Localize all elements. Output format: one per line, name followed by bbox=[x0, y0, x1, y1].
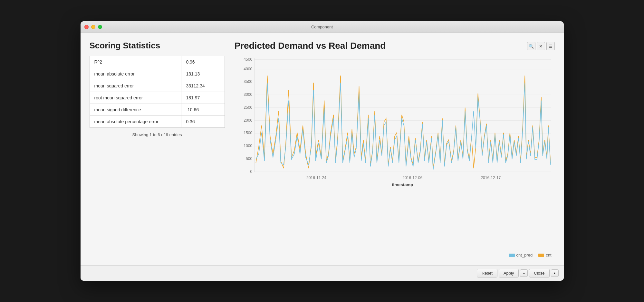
table-row: root mean squared error181.97 bbox=[90, 92, 225, 104]
metric-name: root mean squared error bbox=[90, 92, 181, 104]
svg-text:4500: 4500 bbox=[244, 57, 252, 62]
reset-button[interactable]: Reset bbox=[477, 269, 497, 277]
table-row: R^20.96 bbox=[90, 56, 225, 68]
chart-search-button[interactable]: 🔍 bbox=[527, 42, 535, 50]
metric-value: 33112.34 bbox=[181, 80, 225, 92]
scoring-statistics-title: Scoring Statistics bbox=[90, 41, 225, 51]
svg-text:1500: 1500 bbox=[244, 131, 252, 135]
metric-value: 0.96 bbox=[181, 56, 225, 68]
table-row: mean squared error33112.34 bbox=[90, 80, 225, 92]
metric-value: 0.36 bbox=[181, 116, 225, 128]
close-arrow-button[interactable]: ▲ bbox=[551, 269, 559, 277]
table-row: mean absolute percentage error0.36 bbox=[90, 116, 225, 128]
window-title: Component bbox=[311, 25, 333, 29]
table-row: mean signed difference-10.66 bbox=[90, 104, 225, 116]
stats-table: R^20.96mean absolute error131.13mean squ… bbox=[90, 56, 225, 128]
chart-menu-button[interactable]: ☰ bbox=[546, 42, 555, 50]
legend-cnt-label: cnt bbox=[546, 253, 551, 257]
svg-text:2500: 2500 bbox=[244, 105, 252, 110]
metric-name: mean absolute percentage error bbox=[90, 116, 181, 128]
svg-text:3500: 3500 bbox=[244, 79, 252, 84]
left-panel: Scoring Statistics R^20.96mean absolute … bbox=[90, 41, 225, 257]
chart-close-button[interactable]: ✕ bbox=[537, 42, 545, 50]
showing-entries-text: Showing 1 to 6 of 6 entries bbox=[90, 132, 225, 137]
svg-text:2000: 2000 bbox=[244, 118, 252, 123]
main-content: Scoring Statistics R^20.96mean absolute … bbox=[81, 33, 564, 265]
legend-cnt-pred-color bbox=[509, 254, 515, 257]
apply-button[interactable]: Apply bbox=[499, 269, 519, 277]
titlebar: Component bbox=[81, 21, 564, 33]
svg-text:1000: 1000 bbox=[244, 144, 252, 148]
chart-header: Predicted Demand vs Real Demand 🔍 ✕ ☰ bbox=[235, 41, 555, 51]
minimize-button[interactable] bbox=[91, 25, 95, 29]
legend-cnt-color bbox=[538, 254, 544, 257]
metric-name: R^2 bbox=[90, 56, 181, 68]
metric-name: mean squared error bbox=[90, 80, 181, 92]
close-button[interactable] bbox=[84, 25, 89, 29]
metric-name: mean signed difference bbox=[90, 104, 181, 116]
apply-arrow-button[interactable]: ▲ bbox=[520, 269, 528, 277]
close-button[interactable]: Close bbox=[529, 269, 549, 277]
metric-value: 131.13 bbox=[181, 68, 225, 80]
legend-cnt: cnt bbox=[538, 253, 551, 257]
svg-text:4000: 4000 bbox=[244, 67, 252, 71]
svg-text:3000: 3000 bbox=[244, 92, 252, 97]
svg-text:2016-12-06: 2016-12-06 bbox=[402, 176, 422, 180]
svg-text:500: 500 bbox=[245, 156, 252, 161]
bottom-bar: Reset Apply ▲ Close ▲ bbox=[81, 265, 564, 281]
right-panel: Predicted Demand vs Real Demand 🔍 ✕ ☰ 0 bbox=[235, 41, 555, 257]
svg-text:0: 0 bbox=[250, 169, 252, 174]
chart-title: Predicted Demand vs Real Demand bbox=[235, 41, 386, 51]
metric-value: 181.97 bbox=[181, 92, 225, 104]
svg-text:timestamp: timestamp bbox=[392, 182, 413, 187]
main-window: Component Scoring Statistics R^20.96mean… bbox=[81, 21, 564, 281]
chart-svg: 0 500 1000 1500 2000 2500 3000 3500 bbox=[235, 54, 555, 190]
chart-legend: cnt_pred cnt bbox=[235, 253, 555, 257]
traffic-lights bbox=[84, 25, 102, 29]
chart-area: 0 500 1000 1500 2000 2500 3000 3500 bbox=[235, 54, 555, 250]
metric-value: -10.66 bbox=[181, 104, 225, 116]
metric-name: mean absolute error bbox=[90, 68, 181, 80]
chart-toolbar: 🔍 ✕ ☰ bbox=[527, 42, 555, 50]
fullscreen-button[interactable] bbox=[98, 25, 102, 29]
svg-text:2016-12-17: 2016-12-17 bbox=[481, 176, 501, 180]
legend-cnt-pred-label: cnt_pred bbox=[516, 253, 533, 257]
legend-cnt-pred: cnt_pred bbox=[509, 253, 533, 257]
table-row: mean absolute error131.13 bbox=[90, 68, 225, 80]
svg-text:2016-11-24: 2016-11-24 bbox=[306, 176, 326, 180]
